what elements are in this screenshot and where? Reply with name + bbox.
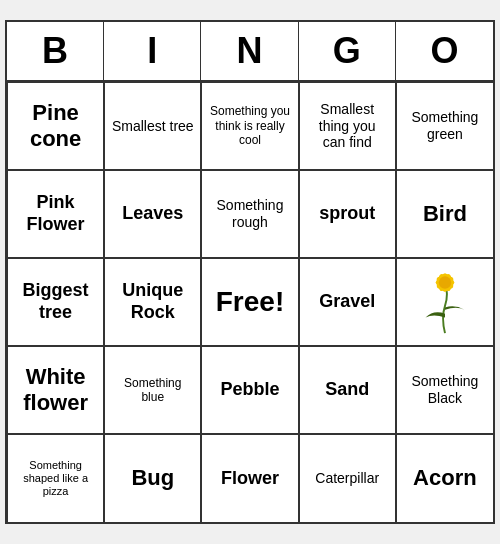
cell-o1[interactable]: Something green	[396, 82, 493, 170]
cell-o5[interactable]: Acorn	[396, 434, 493, 522]
cell-i5[interactable]: Bug	[104, 434, 201, 522]
svg-point-6	[439, 276, 451, 288]
bingo-grid: Pine cone Smallest tree Something you th…	[7, 82, 493, 522]
cell-n1[interactable]: Something you think is really cool	[201, 82, 298, 170]
cell-b3[interactable]: Biggest tree	[7, 258, 104, 346]
cell-g1-text: Smallest thing you can find	[306, 101, 389, 151]
cell-i5-text: Bug	[131, 465, 174, 491]
cell-b1-text: Pine cone	[14, 100, 97, 153]
cell-i1-text: Smallest tree	[112, 118, 194, 135]
cell-g4-text: Sand	[325, 379, 369, 401]
cell-i2[interactable]: Leaves	[104, 170, 201, 258]
cell-free-text: Free!	[216, 285, 284, 319]
cell-b2[interactable]: Pink Flower	[7, 170, 104, 258]
cell-n5[interactable]: Flower	[201, 434, 298, 522]
cell-o3[interactable]	[396, 258, 493, 346]
cell-i3[interactable]: Unique Rock	[104, 258, 201, 346]
header-b: B	[7, 22, 104, 80]
cell-g5-text: Caterpillar	[315, 470, 379, 487]
cell-b4-text: White flower	[14, 364, 97, 417]
cell-g5[interactable]: Caterpillar	[299, 434, 396, 522]
cell-i4[interactable]: Something blue	[104, 346, 201, 434]
cell-n4-text: Pebble	[220, 379, 279, 401]
cell-i1[interactable]: Smallest tree	[104, 82, 201, 170]
header-g: G	[299, 22, 396, 80]
cell-g4[interactable]: Sand	[299, 346, 396, 434]
cell-b1[interactable]: Pine cone	[7, 82, 104, 170]
cell-n4[interactable]: Pebble	[201, 346, 298, 434]
cell-b4[interactable]: White flower	[7, 346, 104, 434]
cell-b2-text: Pink Flower	[14, 192, 97, 235]
cell-b5-text: Something shaped like a pizza	[14, 459, 97, 499]
cell-n2-text: Something rough	[208, 197, 291, 231]
cell-o2-text: Bird	[423, 201, 467, 227]
cell-n1-text: Something you think is really cool	[208, 104, 291, 147]
cell-o5-text: Acorn	[413, 465, 477, 491]
dandelion-icon	[405, 267, 485, 337]
cell-o2[interactable]: Bird	[396, 170, 493, 258]
cell-o4[interactable]: Something Black	[396, 346, 493, 434]
cell-g2-text: sprout	[319, 203, 375, 225]
header-i: I	[104, 22, 201, 80]
cell-b3-text: Biggest tree	[14, 280, 97, 323]
bingo-card: B I N G O Pine cone Smallest tree Someth…	[5, 20, 495, 524]
header-o: O	[396, 22, 493, 80]
bingo-header: B I N G O	[7, 22, 493, 82]
cell-n3-free[interactable]: Free!	[201, 258, 298, 346]
cell-g2[interactable]: sprout	[299, 170, 396, 258]
cell-i3-text: Unique Rock	[111, 280, 194, 323]
cell-o4-text: Something Black	[403, 373, 487, 407]
cell-i4-text: Something blue	[111, 376, 194, 405]
cell-n5-text: Flower	[221, 468, 279, 490]
cell-i2-text: Leaves	[122, 203, 183, 225]
cell-n2[interactable]: Something rough	[201, 170, 298, 258]
cell-b5[interactable]: Something shaped like a pizza	[7, 434, 104, 522]
cell-g3-text: Gravel	[319, 291, 375, 313]
cell-o1-text: Something green	[403, 109, 487, 143]
cell-g1[interactable]: Smallest thing you can find	[299, 82, 396, 170]
header-n: N	[201, 22, 298, 80]
cell-g3[interactable]: Gravel	[299, 258, 396, 346]
